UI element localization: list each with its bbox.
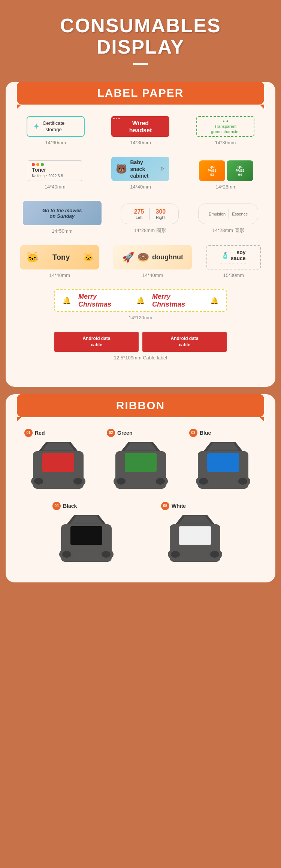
labels-grid: ✦ Certificatestorage 14*60mm Wiredheadse… bbox=[6, 105, 275, 376]
ribbon-header: RIBBON bbox=[17, 394, 264, 417]
left-item: 275 Left bbox=[134, 208, 144, 220]
svg-marker-39 bbox=[179, 516, 211, 524]
label-item-goto: Go to the movieson Sunday 14*50mm bbox=[23, 201, 102, 234]
toner-label: Toner Kaifeng：2022.3.8 bbox=[28, 160, 82, 181]
label-row-3: Go to the movieson Sunday 14*50mm 275 Le… bbox=[13, 201, 268, 234]
bell-icon-2: 🔔 bbox=[136, 296, 145, 305]
label-paper-title: LABEL PAPER bbox=[97, 87, 184, 99]
emulsion-label: Emulsion Essence bbox=[198, 204, 258, 224]
svg-point-35 bbox=[171, 551, 180, 558]
baby-flag: 🏳 bbox=[160, 166, 165, 172]
label-item-certificate: ✦ Certificatestorage 14*60mm bbox=[27, 116, 85, 145]
svg-rect-33 bbox=[179, 526, 211, 545]
ribbon-label-green: 02 Green bbox=[107, 429, 132, 437]
svg-point-19 bbox=[199, 478, 208, 485]
essence-text: Essence bbox=[232, 212, 248, 216]
svg-point-29 bbox=[102, 551, 111, 558]
label-item-wired: Wiredheadset 14*30mm bbox=[111, 116, 169, 145]
ribbon-section: RIBBON 01 Red bbox=[6, 394, 275, 582]
emulsion-size: 14*28mm 圆形 bbox=[212, 227, 244, 234]
badge-05: 05 bbox=[161, 502, 169, 510]
blue-spool-svg bbox=[194, 440, 252, 494]
soy-top: 🧴 soysauce bbox=[221, 249, 246, 261]
label-row-1: ✦ Certificatestorage 14*60mm Wiredheadse… bbox=[13, 116, 268, 145]
title-line2: DISPLAY bbox=[97, 36, 185, 58]
tony-label: 🐱 Tony 🐱 bbox=[20, 245, 99, 269]
right-item: 300 Right bbox=[155, 208, 166, 220]
red-spool-svg bbox=[29, 440, 87, 494]
svg-point-13 bbox=[156, 478, 165, 485]
goto-text: Go to the movieson Sunday bbox=[42, 208, 82, 219]
leftright-size: 14*28mm 圆形 bbox=[134, 227, 166, 234]
white-label: White bbox=[172, 503, 186, 509]
soy-label: 🧴 soysauce ~ ~ ~ ~ ~ ~ ~ bbox=[206, 245, 261, 269]
badge-03: 03 bbox=[189, 429, 197, 437]
qc-text-2: QCPASS04 bbox=[236, 165, 245, 177]
label-item-qc: QCPASS03 QCPASS04 14*28mm bbox=[199, 160, 253, 190]
qc-badge-2: QCPASS04 bbox=[227, 160, 253, 181]
leftright-label: 275 Left 300 Right bbox=[121, 204, 179, 224]
svg-marker-15 bbox=[125, 443, 157, 450]
qc-size: 14*28mm bbox=[215, 184, 236, 190]
xmas-text-1: Merry Christmas bbox=[78, 293, 129, 308]
baby-emoji: 🐻 bbox=[116, 164, 127, 174]
soy-text: soysauce bbox=[231, 249, 246, 261]
pin-icon: ✦ bbox=[33, 122, 40, 132]
soy-size: 15*30mm bbox=[223, 272, 244, 278]
xmas-text-2: Merry Christmas bbox=[152, 293, 203, 308]
svg-marker-31 bbox=[70, 516, 102, 524]
svg-point-11 bbox=[117, 478, 126, 485]
emul-divider bbox=[229, 209, 229, 218]
christmas-label: 🔔 Merry Christmas 🔔 Merry Christmas 🔔 bbox=[54, 289, 227, 312]
black-label: Black bbox=[63, 503, 77, 509]
right-number: 300 bbox=[155, 208, 166, 215]
title-divider bbox=[133, 63, 148, 65]
goto-size: 14*50mm bbox=[52, 228, 73, 234]
ribbon-item-blue: 03 Blue bbox=[189, 429, 257, 494]
label-item-toner: Toner Kaifeng：2022.3.8 14*40mm bbox=[28, 160, 82, 190]
svg-marker-23 bbox=[207, 443, 239, 450]
wired-label: Wiredheadset bbox=[111, 116, 169, 137]
green-spool-svg bbox=[112, 440, 170, 494]
cable-label: Android datacable Android datacable bbox=[54, 332, 227, 352]
left-label: Left bbox=[136, 215, 142, 220]
bell-icon-1: 🔔 bbox=[63, 296, 71, 305]
label-item-leftright: 275 Left 300 Right 14*28mm 圆形 bbox=[121, 204, 179, 234]
wired-size: 14*30mm bbox=[130, 140, 151, 145]
bell-icon-3: 🔔 bbox=[210, 296, 218, 305]
badge-01: 01 bbox=[24, 429, 33, 437]
lr-divider bbox=[149, 208, 150, 220]
svg-point-5 bbox=[73, 478, 82, 485]
cert-text: Certificatestorage bbox=[43, 120, 65, 133]
cable-badge-2: Android datacable bbox=[142, 332, 227, 352]
label-item-transparent: ▸ ◂ Transparentgreen character 14*30mm bbox=[196, 116, 254, 145]
toner-subtitle: Kaifeng：2022.3.8 bbox=[32, 174, 78, 179]
label-row-2: Toner Kaifeng：2022.3.8 14*40mm 🐻 Baby sn… bbox=[13, 157, 268, 190]
black-spool-svg bbox=[57, 513, 115, 567]
soy-bottle-icon: 🧴 bbox=[221, 252, 229, 259]
wired-dots bbox=[113, 118, 120, 119]
toner-title: Toner bbox=[32, 167, 78, 173]
transparent-size: 14*30mm bbox=[215, 140, 236, 145]
toner-size: 14*40mm bbox=[45, 184, 66, 190]
goto-label: Go to the movieson Sunday bbox=[23, 201, 102, 225]
label-item-emulsion: Emulsion Essence 14*28mm 圆形 bbox=[198, 204, 258, 234]
ribbon-title: RIBBON bbox=[116, 399, 165, 412]
svg-rect-25 bbox=[70, 526, 102, 545]
label-item-christmas: 🔔 Merry Christmas 🔔 Merry Christmas 🔔 14… bbox=[54, 289, 227, 320]
transparent-label: ▸ ◂ Transparentgreen character bbox=[196, 116, 254, 137]
donut-emoji2: 🍩 bbox=[137, 251, 149, 263]
label-item-soy: 🧴 soysauce ~ ~ ~ ~ ~ ~ ~ 15*30mm bbox=[206, 245, 261, 278]
cable-badge-1: Android datacable bbox=[54, 332, 139, 352]
ribbon-row-bottom: 04 Black 05 White bbox=[13, 502, 268, 567]
qc-text-1: QCPASS03 bbox=[208, 165, 217, 177]
label-row-6: Android datacable Android datacable 12.5… bbox=[13, 332, 268, 361]
svg-point-21 bbox=[238, 478, 247, 485]
left-number: 275 bbox=[134, 208, 144, 215]
label-item-cable: Android datacable Android datacable 12.5… bbox=[54, 332, 227, 361]
ribbon-label-white: 05 White bbox=[161, 502, 186, 510]
baby-label: 🐻 Baby snackcabinet 🏳 bbox=[111, 157, 169, 181]
donut-emoji1: 🚀 bbox=[122, 251, 134, 263]
title-line1: CONSUMABLES bbox=[60, 15, 221, 36]
tony-cat: 🐱 bbox=[26, 251, 39, 263]
